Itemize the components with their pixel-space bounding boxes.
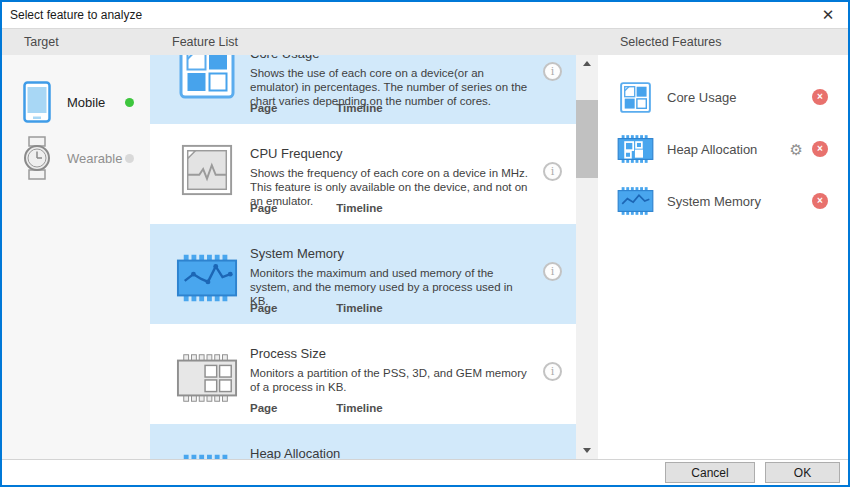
feature-title: System Memory [250,246,532,261]
feature-description: Monitors a partition of the PSS, 3D, and… [250,366,532,394]
arrow-up-icon [583,61,591,66]
scrollbar-thumb[interactable] [576,100,598,178]
target-label: Mobile [67,95,105,110]
ok-button[interactable]: OK [765,462,840,483]
feature-list-header: Feature List [172,35,238,49]
status-dot-green [125,98,134,107]
feature-title: Process Size [250,346,532,361]
feature-tags: Page Timeline [250,302,383,314]
selected-feature-label: System Memory [667,194,761,209]
feature-row-process-size[interactable]: Process Size Monitors a partition of the… [150,324,576,424]
page-tag: Page [250,202,333,214]
dialog-select-feature: Select feature to analyze ✕ Target Featu… [0,0,850,487]
feature-row-cpu-frequency[interactable]: CPU Frequency Shows the frequency of eac… [150,124,576,224]
target-item-wearable[interactable]: Wearable [2,131,150,185]
target-panel: Mobile Wearable [2,55,150,459]
heap-allocation-icon [616,134,654,164]
section-header-strip: Target Feature List Selected Features [2,28,848,55]
timeline-tag: Timeline [336,202,382,214]
feature-row-system-memory[interactable]: System Memory Monitors the maximum and u… [150,224,576,324]
feature-tags: Page Timeline [250,202,383,214]
wearable-watch-icon [22,136,52,180]
dialog-content: Mobile Wearable [2,55,848,459]
page-tag: Page [250,402,333,414]
info-icon[interactable]: i [543,162,562,181]
feature-row-heap-allocation[interactable]: Heap Allocation [150,424,576,459]
target-header: Target [24,35,59,49]
cancel-button[interactable]: Cancel [665,462,755,483]
page-tag: Page [250,302,333,314]
selected-features-header: Selected Features [620,35,721,49]
info-icon[interactable]: i [543,62,562,81]
heap-allocation-icon [164,446,250,459]
system-memory-icon [164,246,250,324]
page-tag: Page [250,102,333,114]
selected-features-panel: Core Usage × [598,55,848,459]
info-icon[interactable]: i [543,362,562,381]
target-label: Wearable [67,151,122,166]
feature-list-scrollbar[interactable] [576,55,598,459]
remove-icon[interactable]: × [812,89,828,105]
system-memory-icon [616,186,654,216]
arrow-down-icon [583,448,591,453]
feature-row-core-usage[interactable]: Core Usage Shows the use of each core on… [150,55,576,124]
title-bar: Select feature to analyze ✕ [2,2,848,28]
remove-icon[interactable]: × [812,193,828,209]
cpu-frequency-icon [164,146,250,224]
close-icon[interactable]: ✕ [814,4,842,26]
target-item-mobile[interactable]: Mobile [2,75,150,129]
feature-title: Heap Allocation [250,446,532,459]
feature-title: CPU Frequency [250,146,532,161]
feature-tags: Page Timeline [250,402,383,414]
info-icon[interactable]: i [543,262,562,281]
timeline-tag: Timeline [336,102,382,114]
feature-list: Core Usage Shows the use of each core on… [150,55,576,459]
dialog-title: Select feature to analyze [10,8,142,22]
scroll-up-button[interactable] [576,55,598,72]
timeline-tag: Timeline [336,302,382,314]
settings-gear-icon[interactable]: ⚙ [790,142,803,157]
feature-tags: Page Timeline [250,102,383,114]
scroll-down-button[interactable] [576,442,598,459]
dialog-footer: Cancel OK [2,459,848,485]
selected-item-system-memory: System Memory × [598,185,848,217]
core-usage-icon [164,55,250,124]
timeline-tag: Timeline [336,402,382,414]
core-usage-icon [616,82,654,113]
status-dot-gray [125,154,134,163]
selected-feature-label: Core Usage [667,90,736,105]
feature-title: Core Usage [250,55,532,61]
selected-item-core-usage: Core Usage × [598,81,848,113]
selected-item-heap-allocation: Heap Allocation ⚙ × [598,133,848,165]
selected-feature-label: Heap Allocation [667,142,757,157]
remove-icon[interactable]: × [812,141,828,157]
process-size-icon [164,346,250,424]
mobile-phone-icon [22,81,52,123]
